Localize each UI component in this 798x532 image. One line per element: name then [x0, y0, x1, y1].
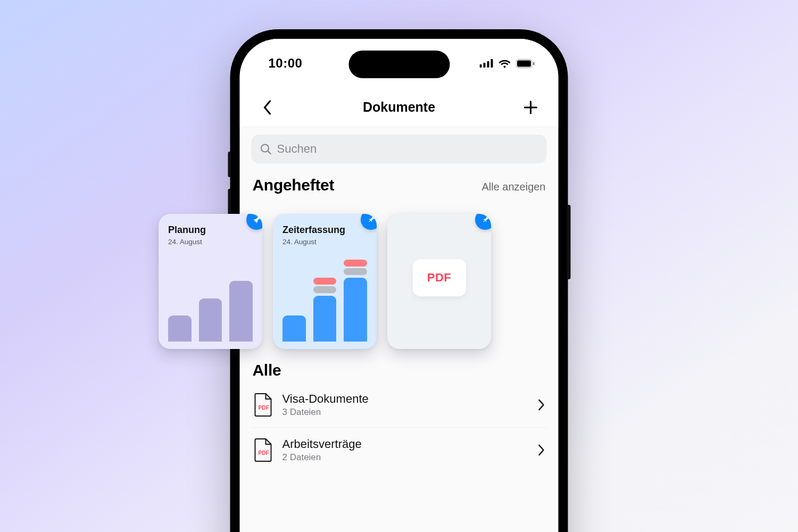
dynamic-island	[348, 51, 450, 78]
chevron-right-icon	[538, 399, 545, 411]
cellular-icon	[480, 59, 494, 68]
svg-rect-6	[533, 62, 535, 65]
page-title: Dokumente	[363, 99, 435, 115]
svg-rect-2	[487, 61, 489, 68]
pin-icon	[366, 215, 376, 225]
svg-text:PDF: PDF	[259, 450, 269, 456]
pinned-card-planung[interactable]: Planung 24. August	[159, 214, 262, 349]
card-subtitle: 24. August	[282, 238, 367, 246]
bar-chart-icon	[168, 272, 253, 342]
svg-text:PDF: PDF	[259, 405, 269, 411]
all-heading: Alle	[253, 361, 281, 379]
bar-chart-icon	[282, 272, 367, 342]
nav-bar: Dokumente	[240, 88, 559, 127]
add-button[interactable]	[519, 96, 542, 119]
file-pdf-icon: PDF	[254, 438, 274, 462]
status-icons	[480, 59, 535, 68]
pin-icon	[480, 215, 490, 225]
list-item-body: Visa-Dokumente 3 Dateien	[282, 392, 530, 418]
battery-icon	[516, 59, 535, 68]
list-item[interactable]: PDF Visa-Dokumente 3 Dateien	[252, 383, 547, 428]
chevron-left-icon	[263, 100, 272, 115]
svg-rect-0	[480, 64, 482, 68]
file-pdf-icon: PDF	[254, 393, 274, 417]
pinned-cards: Planung 24. August Zeiterfassung 24. Aug…	[159, 214, 491, 349]
wifi-icon	[498, 59, 511, 68]
pinned-heading: Angeheftet	[253, 176, 335, 194]
plus-icon	[523, 100, 538, 115]
pdf-badge: PDF	[413, 259, 466, 296]
chevron-right-icon	[538, 444, 545, 456]
card-title: Zeiterfassung	[282, 225, 367, 236]
status-time: 10:00	[269, 56, 303, 71]
list-item-subtitle: 3 Dateien	[282, 407, 530, 418]
pinned-card-zeiterfassung[interactable]: Zeiterfassung 24. August	[273, 214, 377, 349]
search-icon	[260, 143, 272, 155]
show-all-link[interactable]: Alle anzeigen	[481, 181, 545, 193]
card-subtitle: 24. August	[168, 238, 253, 246]
svg-line-8	[268, 151, 271, 154]
pinned-header: Angeheftet Alle anzeigen	[252, 176, 547, 202]
phone-side-button	[228, 152, 231, 177]
pin-icon	[252, 215, 261, 225]
svg-rect-3	[491, 59, 493, 68]
list-item[interactable]: PDF Arbeitsverträge 2 Dateien	[252, 428, 547, 472]
list-item-title: Arbeitsverträge	[282, 437, 530, 451]
list-item-subtitle: 2 Dateien	[282, 452, 530, 463]
card-title: Planung	[168, 225, 253, 236]
svg-rect-1	[484, 63, 486, 68]
search-input[interactable]	[277, 142, 538, 156]
phone-side-button	[567, 205, 571, 279]
pin-badge	[475, 214, 491, 230]
pinned-card-pdf[interactable]: PDF	[387, 214, 491, 349]
back-button[interactable]	[256, 96, 279, 119]
list-item-body: Arbeitsverträge 2 Dateien	[282, 437, 530, 463]
list-item-title: Visa-Dokumente	[282, 392, 530, 406]
svg-rect-5	[517, 60, 531, 66]
search-field[interactable]	[252, 135, 547, 163]
